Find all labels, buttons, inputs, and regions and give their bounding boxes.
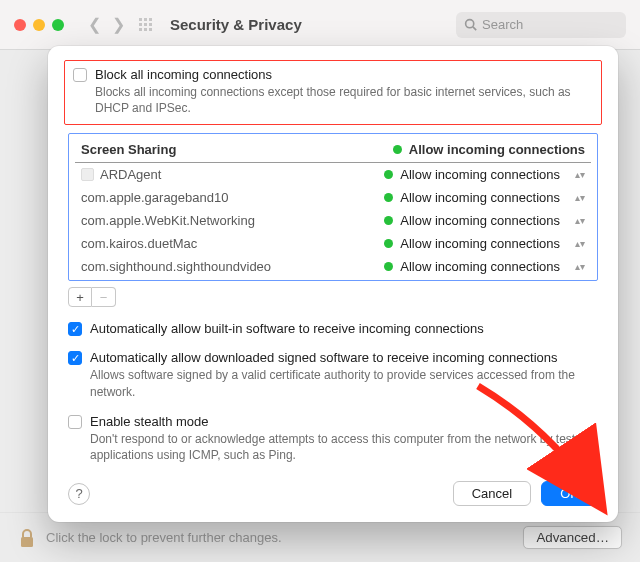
- table-row[interactable]: com.apple.WebKit.Networking Allow incomi…: [75, 209, 591, 232]
- app-name: com.apple.WebKit.Networking: [81, 213, 255, 228]
- svg-rect-3: [139, 23, 142, 26]
- svg-rect-11: [21, 537, 33, 547]
- table-row[interactable]: com.apple.garageband10 Allow incoming co…: [75, 186, 591, 209]
- cancel-button[interactable]: Cancel: [453, 481, 531, 506]
- block-all-checkbox[interactable]: [73, 68, 87, 82]
- minimize-icon[interactable]: [33, 19, 45, 31]
- svg-rect-2: [149, 18, 152, 21]
- table-row[interactable]: ARDAgent Allow incoming connections▴▾: [75, 163, 591, 186]
- forward-button[interactable]: ❯: [108, 15, 128, 34]
- svg-rect-5: [149, 23, 152, 26]
- stepper-icon[interactable]: ▴▾: [575, 264, 585, 270]
- svg-rect-4: [144, 23, 147, 26]
- app-icon: [81, 168, 94, 181]
- status-dot-icon: [384, 239, 393, 248]
- table-header-status: Allow incoming connections: [409, 142, 585, 157]
- back-button[interactable]: ❮: [84, 15, 104, 34]
- status-dot-icon: [384, 216, 393, 225]
- stealth-checkbox[interactable]: [68, 415, 82, 429]
- status-dot-icon: [384, 262, 393, 271]
- ok-button[interactable]: OK: [541, 481, 598, 506]
- app-name: com.sighthound.sighthoundvideo: [81, 259, 271, 274]
- svg-rect-6: [139, 28, 142, 31]
- app-name: com.kairos.duetMac: [81, 236, 197, 251]
- search-input[interactable]: Search: [456, 12, 626, 38]
- block-all-description: Blocks all incoming connections except t…: [95, 84, 593, 116]
- stepper-icon[interactable]: ▴▾: [575, 172, 585, 178]
- firewall-apps-table: Screen Sharing Allow incoming connection…: [68, 133, 598, 281]
- toolbar: ❮ ❯ Security & Privacy Search: [0, 0, 640, 50]
- auto-signed-checkbox[interactable]: [68, 351, 82, 365]
- remove-button[interactable]: −: [92, 287, 116, 307]
- auto-signed-description: Allows software signed by a valid certif…: [90, 367, 598, 399]
- table-header: Screen Sharing Allow incoming connection…: [75, 136, 591, 163]
- status-label: Allow incoming connections: [400, 259, 560, 274]
- status-dot-icon: [384, 170, 393, 179]
- add-remove-controls: + −: [68, 287, 598, 307]
- window-controls[interactable]: [14, 19, 64, 31]
- svg-rect-0: [139, 18, 142, 21]
- search-placeholder: Search: [482, 17, 523, 32]
- lock-icon[interactable]: [18, 528, 36, 548]
- search-icon: [464, 18, 477, 31]
- stepper-icon[interactable]: ▴▾: [575, 218, 585, 224]
- app-name: ARDAgent: [100, 167, 161, 182]
- auto-builtin-label: Automatically allow built-in software to…: [90, 321, 484, 336]
- table-row[interactable]: com.sighthound.sighthoundvideo Allow inc…: [75, 255, 591, 278]
- status-label: Allow incoming connections: [400, 236, 560, 251]
- status-label: Allow incoming connections: [400, 213, 560, 228]
- stealth-label: Enable stealth mode: [90, 414, 209, 429]
- svg-line-10: [473, 27, 476, 30]
- svg-rect-8: [149, 28, 152, 31]
- auto-signed-label: Automatically allow downloaded signed so…: [90, 350, 558, 365]
- stepper-icon[interactable]: ▴▾: [575, 195, 585, 201]
- zoom-icon[interactable]: [52, 19, 64, 31]
- close-icon[interactable]: [14, 19, 26, 31]
- stepper-icon[interactable]: ▴▾: [575, 241, 585, 247]
- app-name: com.apple.garageband10: [81, 190, 228, 205]
- status-label: Allow incoming connections: [400, 190, 560, 205]
- svg-rect-1: [144, 18, 147, 21]
- status-dot-icon: [393, 145, 402, 154]
- status-dot-icon: [384, 193, 393, 202]
- lock-hint: Click the lock to prevent further change…: [46, 530, 282, 545]
- table-row[interactable]: com.kairos.duetMac Allow incoming connec…: [75, 232, 591, 255]
- window-title: Security & Privacy: [170, 16, 302, 33]
- block-all-section: Block all incoming connections Blocks al…: [64, 60, 602, 125]
- add-button[interactable]: +: [68, 287, 92, 307]
- auto-builtin-checkbox[interactable]: [68, 322, 82, 336]
- block-all-label: Block all incoming connections: [95, 67, 272, 82]
- stealth-description: Don't respond to or acknowledge attempts…: [90, 431, 598, 463]
- advanced-button[interactable]: Advanced…: [523, 526, 622, 549]
- help-button[interactable]: ?: [68, 483, 90, 505]
- svg-rect-7: [144, 28, 147, 31]
- svg-point-9: [466, 20, 474, 28]
- table-header-app: Screen Sharing: [81, 142, 393, 157]
- grid-icon[interactable]: [138, 17, 154, 33]
- firewall-options-sheet: Block all incoming connections Blocks al…: [48, 46, 618, 522]
- status-label: Allow incoming connections: [400, 167, 560, 182]
